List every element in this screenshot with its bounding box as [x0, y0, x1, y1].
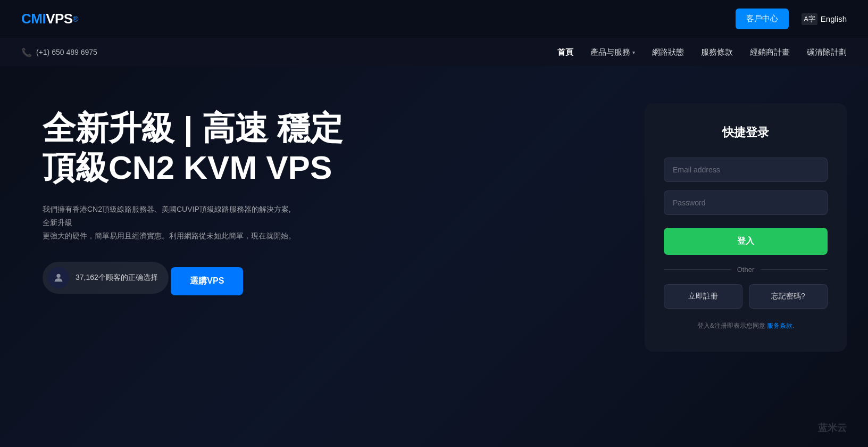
- login-button[interactable]: 登入: [664, 228, 828, 255]
- password-group: [664, 191, 828, 215]
- language-icon: A字: [802, 13, 817, 25]
- nav-links: 首頁 產品与服務 ▾ 網路狀態 服務條款 經銷商計畫 碳清除計劃: [557, 47, 847, 57]
- nav-link-terms[interactable]: 服務條款: [701, 47, 733, 57]
- phone-icon: 📞: [21, 47, 32, 57]
- header: CMIVPS® 客戶中心 A字 English: [0, 0, 868, 38]
- customer-badge: 37,162个顾客的正确选择: [43, 262, 169, 294]
- password-input[interactable]: [664, 191, 828, 215]
- language-label: English: [821, 14, 847, 23]
- main-content: 全新升級 | 高速 穩定 頂級CN2 KVM VPS 我們擁有香港CN2頂級線路…: [0, 66, 868, 447]
- cta-buy-vps-button[interactable]: 選購VPS: [171, 267, 243, 295]
- svg-point-0: [56, 274, 60, 278]
- email-group: [664, 158, 828, 182]
- divider-line-left: [664, 269, 731, 270]
- divider-line-right: [761, 269, 828, 270]
- logo-text: CMIVPS®: [21, 10, 78, 29]
- hero-description: 我們擁有香港CN2頂級線路服務器、美國CUVIP頂級線路服務器的解決方案, 全新…: [43, 203, 298, 243]
- action-buttons: 立即註冊 忘記密碼?: [664, 284, 828, 309]
- customer-avatar-icon: [48, 267, 69, 288]
- client-center-button[interactable]: 客戶中心: [736, 9, 789, 29]
- hero-title-line1: 全新升級 | 高速 穩定: [43, 109, 343, 148]
- header-right: 客戶中心 A字 English: [736, 9, 847, 29]
- chevron-down-icon: ▾: [632, 49, 635, 55]
- terms-link[interactable]: 服务条款: [767, 322, 792, 329]
- terms-text: 登入&注册即表示您同意 服务条款.: [664, 321, 828, 330]
- nav-link-carbon[interactable]: 碳清除計劃: [807, 47, 847, 57]
- nav-link-network[interactable]: 網路狀態: [652, 47, 684, 57]
- nav-link-reseller[interactable]: 經銷商計畫: [750, 47, 790, 57]
- nav-link-products[interactable]: 產品与服務 ▾: [590, 47, 635, 57]
- hero-section: 全新升級 | 高速 穩定 頂級CN2 KVM VPS 我們擁有香港CN2頂級線路…: [43, 98, 343, 315]
- divider-label: Other: [737, 266, 755, 274]
- nav-link-home[interactable]: 首頁: [557, 47, 573, 57]
- login-title: 快捷登录: [664, 125, 828, 140]
- hero-title: 全新升級 | 高速 穩定 頂級CN2 KVM VPS: [43, 109, 343, 188]
- hero-title-line2: 頂級CN2 KVM VPS: [43, 148, 343, 187]
- header-left: CMIVPS®: [21, 10, 78, 29]
- terms-prefix: 登入&注册即表示您同意: [697, 322, 767, 329]
- email-input[interactable]: [664, 158, 828, 182]
- navbar: 📞 (+1) 650 489 6975 首頁 產品与服務 ▾ 網路狀態 服務條款…: [0, 38, 868, 66]
- register-button[interactable]: 立即註冊: [664, 284, 742, 309]
- watermark: 蓝米云: [818, 421, 847, 434]
- phone-number: (+1) 650 489 6975: [36, 48, 97, 56]
- terms-suffix: .: [792, 322, 794, 329]
- customer-count-text: 37,162个顾客的正确选择: [76, 273, 158, 283]
- forgot-password-button[interactable]: 忘記密碼?: [749, 284, 828, 309]
- logo: CMIVPS®: [21, 10, 78, 29]
- divider: Other: [664, 266, 828, 274]
- language-switcher[interactable]: A字 English: [802, 13, 847, 25]
- phone-info: 📞 (+1) 650 489 6975: [21, 47, 97, 57]
- login-card: 快捷登录 登入 Other 立即註冊 忘記密碼? 登入&注册即表示您同意 服务条…: [645, 103, 847, 352]
